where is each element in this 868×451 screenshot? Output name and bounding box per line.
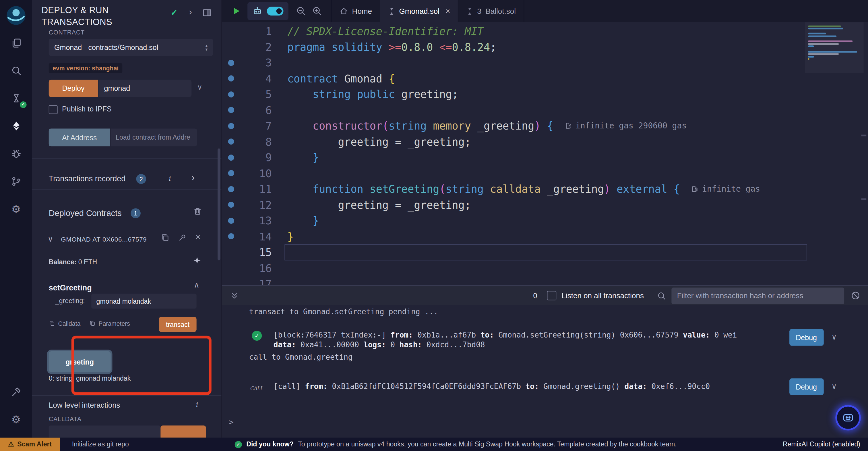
code-line[interactable]: 2pragma solidity >=0.8.0 <=0.8.24; (221, 39, 868, 55)
gutter-dot[interactable] (228, 186, 234, 192)
code-line[interactable]: 11 function setGreeting(string calldata … (221, 181, 868, 197)
gutter-dot[interactable] (228, 218, 234, 224)
copilot-toggle[interactable] (267, 7, 284, 16)
scam-alert-label: Scam Alert (17, 440, 52, 448)
debug-button[interactable]: Debug (789, 378, 824, 395)
code-line[interactable]: 10 (221, 166, 868, 181)
panel-scrollbar[interactable] (218, 148, 220, 260)
code-line[interactable]: 6 (221, 102, 868, 118)
deploy-button[interactable]: Deploy (49, 80, 98, 97)
low-level-calldata-input[interactable] (49, 425, 161, 438)
pin-panel-icon[interactable] (202, 8, 212, 18)
source-control-icon[interactable] (0, 167, 32, 195)
terminal-log[interactable]: transact to Gmonad.setGreeting pending .… (221, 307, 868, 427)
publish-ipfs-checkbox[interactable] (49, 105, 58, 114)
panel-forward-icon[interactable]: › (189, 7, 192, 18)
expand-tx-icon[interactable]: ∨ (832, 382, 836, 392)
zoom-in-icon[interactable] (312, 6, 322, 16)
contract-select[interactable]: Gmonad - contracts/Gmonad.sol ▴▾ (49, 39, 213, 56)
search-icon[interactable] (0, 57, 32, 84)
expand-tx-icon[interactable]: ∨ (832, 333, 836, 342)
low-level-info-icon[interactable]: i (196, 400, 198, 409)
code-text: } (287, 215, 319, 227)
code-line[interactable]: 14} (221, 229, 868, 245)
code-line[interactable]: 7 constructor(string memory _greeting) {… (221, 118, 868, 134)
git-init-button[interactable]: Initialize as git repo (72, 440, 129, 448)
line-number: 10 (234, 167, 272, 179)
gutter-dot[interactable] (228, 202, 234, 208)
remove-instance-icon[interactable]: × (195, 232, 200, 242)
calldata-copy-button[interactable]: Calldata (49, 320, 81, 327)
ai-sparkle-icon[interactable] (193, 256, 202, 265)
greeting-getter-button[interactable]: greeting (49, 351, 111, 372)
gutter-dot[interactable] (228, 170, 234, 176)
terminal-filter-input[interactable] (671, 287, 844, 304)
listen-all-checkbox[interactable] (547, 291, 557, 301)
trash-icon[interactable] (193, 206, 203, 216)
gutter-dot[interactable] (228, 60, 234, 66)
tab-ballot[interactable]: 3_Ballot.sol (458, 0, 524, 22)
code-line[interactable]: 8 greeting = _greeting; (221, 134, 868, 150)
solidity-compiler-icon[interactable]: ✓ (0, 84, 32, 112)
terminal-prompt[interactable]: > (221, 417, 868, 427)
remix-logo-icon[interactable] (5, 4, 27, 26)
code-line[interactable]: 16 (221, 260, 868, 276)
at-address-input[interactable] (111, 129, 197, 146)
parameters-copy-button[interactable]: Parameters (89, 320, 130, 327)
close-tab-icon[interactable]: × (445, 7, 450, 16)
code-line[interactable]: 4contract Gmonad { (221, 71, 868, 86)
copy-address-icon[interactable] (160, 233, 170, 243)
tab-gmonad[interactable]: Gmonad.sol × (380, 0, 458, 22)
code-line[interactable]: 15 (221, 245, 868, 260)
gutter-dot[interactable] (228, 123, 234, 129)
scam-alert-button[interactable]: ⚠ Scam Alert (0, 438, 60, 451)
code-line[interactable]: 9 } (221, 150, 868, 166)
file-explorer-icon[interactable] (0, 29, 32, 56)
deploy-expand-icon[interactable]: ∨ (197, 83, 203, 91)
code-line[interactable]: 12 greeting = _greeting; (221, 197, 868, 213)
arg-input[interactable] (91, 293, 196, 309)
code-line[interactable]: 5 string public greeting; (221, 86, 868, 102)
tx-controls: Debug ∨ (789, 378, 836, 395)
gutter-dot[interactable] (228, 107, 234, 113)
transact-button[interactable]: transact (159, 317, 197, 332)
clear-console-icon[interactable] (851, 291, 860, 301)
gutter-dot[interactable] (228, 76, 234, 82)
zoom-out-icon[interactable] (296, 6, 306, 16)
plugin-manager-icon[interactable]: ⚙ (0, 195, 32, 223)
debug-button[interactable]: Debug (789, 329, 824, 346)
run-script-button[interactable] (231, 6, 241, 16)
toggle-knob (276, 8, 282, 14)
function-collapse-icon[interactable]: ∧ (194, 280, 199, 289)
instance-title[interactable]: GMONAD AT 0X606...67579 (61, 236, 158, 243)
at-address-button[interactable]: At Address (49, 129, 110, 146)
code-editor[interactable]: 1// SPDX-License-Identifier: MIT2pragma … (221, 22, 868, 285)
gutter-dot[interactable] (228, 91, 234, 97)
instance-collapse-icon[interactable]: ∨ (48, 234, 53, 243)
expand-terminal-icon[interactable] (230, 291, 239, 300)
code-line[interactable]: 3 (221, 55, 868, 71)
tab-home[interactable]: Home (331, 0, 380, 22)
gutter-dot[interactable] (228, 233, 234, 239)
terminal-search-icon[interactable] (657, 291, 666, 300)
gutter-dot[interactable] (228, 139, 234, 145)
low-level-transact-button[interactable] (160, 425, 206, 438)
minimap[interactable] (808, 24, 859, 69)
ai-assistant-button[interactable] (835, 405, 861, 431)
settings-icon[interactable]: ⚙ (0, 405, 32, 433)
code-line[interactable]: 1// SPDX-License-Identifier: MIT (221, 23, 868, 39)
constructor-arg-input[interactable] (98, 80, 191, 97)
balance-value: 0 ETH (79, 258, 97, 266)
divider (32, 159, 222, 159)
gutter-dot[interactable] (228, 154, 234, 161)
transactions-info-icon[interactable]: i (169, 174, 171, 183)
build-tools-icon[interactable] (0, 378, 32, 405)
code-line[interactable]: 13 } (221, 213, 868, 229)
tx-success-icon[interactable]: ✓ (252, 331, 262, 341)
transactions-expand-icon[interactable]: › (191, 172, 195, 184)
code-line[interactable]: 17 (221, 276, 868, 285)
deploy-and-run-icon[interactable] (0, 112, 32, 140)
pin-instance-icon[interactable] (178, 233, 187, 243)
code-text: pragma solidity >=0.8.0 <=0.8.24; (287, 41, 496, 53)
debugger-icon[interactable] (0, 140, 32, 167)
